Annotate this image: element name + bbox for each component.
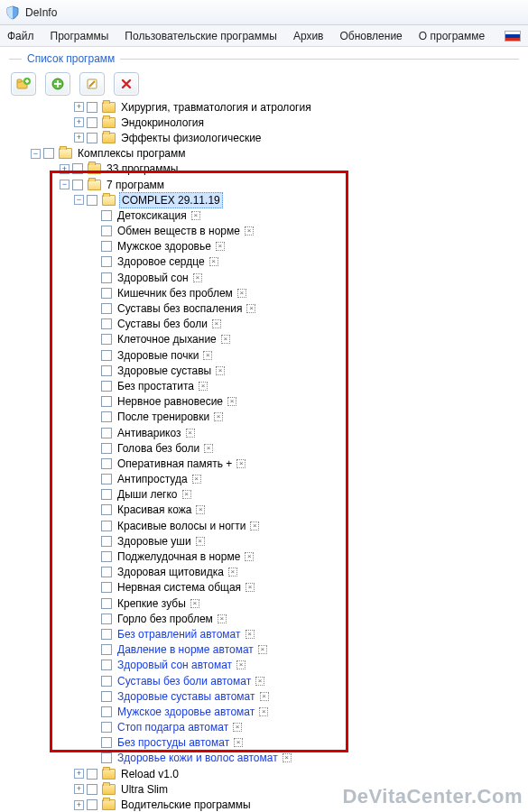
tree-leaf[interactable]: Антиварикоз× [16,425,528,440]
remove-item-icon[interactable]: × [237,289,246,298]
tree-leaf[interactable]: Здоровые суставы автомат× [16,688,528,704]
remove-item-icon[interactable]: × [190,599,199,608]
tree-folder-label[interactable]: Reload v1.0 [119,767,181,781]
tree-leaf-label[interactable]: Здоровый сон автомат [116,658,234,672]
checkbox[interactable] [101,396,112,407]
checkbox[interactable] [101,318,112,329]
tree-folder-label[interactable]: Водительские программы [119,798,253,812]
checkbox[interactable] [101,241,112,252]
checkbox[interactable] [101,551,112,562]
remove-item-icon[interactable]: × [233,723,242,732]
expand-toggle-icon[interactable]: − [74,195,84,205]
checkbox[interactable] [87,102,97,113]
tree-leaf-label[interactable]: Крепкие зубы [116,596,188,611]
checkbox[interactable] [101,365,112,376]
tree-leaf-label[interactable]: Здоровый сон [116,271,190,285]
remove-item-icon[interactable]: × [214,412,223,421]
tree-leaf[interactable]: Давление в норме автомат× [16,642,528,658]
remove-item-icon[interactable]: × [196,537,205,546]
expand-toggle-icon[interactable]: − [60,180,69,189]
checkbox[interactable] [101,722,112,733]
menu-archive[interactable]: Архив [293,30,324,42]
checkbox[interactable] [101,644,112,655]
checkbox[interactable] [72,163,83,174]
checkbox[interactable] [101,691,112,702]
tree-leaf[interactable]: Здоровые почки× [16,347,528,363]
tree-leaf[interactable]: Суставы без боли автомат× [16,673,528,688]
tree-folder-label[interactable]: 33 программы [105,161,180,176]
tree-leaf-label[interactable]: Здоровые почки [116,348,200,363]
tree-leaf-label[interactable]: Без отравлений автомат [116,627,243,641]
tree-folder[interactable]: +33 программы [16,161,528,177]
checkbox[interactable] [101,536,112,547]
remove-item-icon[interactable]: × [203,351,212,360]
checkbox[interactable] [101,428,112,438]
checkbox[interactable] [101,489,112,500]
tree-folder-complex-selected-label[interactable]: COMPLEX 29.11.19 [119,192,223,208]
remove-item-icon[interactable]: × [209,257,218,266]
tree-folder-label[interactable]: Эндокринология [119,115,206,130]
checkbox[interactable] [101,458,112,469]
remove-item-icon[interactable]: × [221,335,230,344]
expand-toggle-icon[interactable]: + [74,133,84,143]
tree-leaf-label[interactable]: Суставы без боли [116,317,209,331]
remove-item-icon[interactable]: × [245,583,255,592]
checkbox[interactable] [87,784,97,795]
tree-folder-label[interactable]: Эффекты физиологические [119,131,264,145]
menu-update[interactable]: Обновление [340,30,403,42]
checkbox[interactable] [101,256,112,267]
expand-toggle-icon[interactable]: + [74,117,84,127]
remove-item-icon[interactable]: × [216,242,225,251]
remove-item-icon[interactable]: × [283,753,292,762]
remove-item-icon[interactable]: × [245,226,254,235]
tree-leaf-label[interactable]: Голова без боли [116,441,201,456]
tree-leaf-label[interactable]: Здоровое сердце [116,254,207,269]
remove-item-icon[interactable]: × [250,521,259,531]
tree-leaf-label[interactable]: Детоксикация [116,208,189,223]
menu-user-programs[interactable]: Пользовательские программы [125,30,277,42]
checkbox[interactable] [101,614,112,624]
checkbox[interactable] [101,752,112,763]
tree-leaf-label[interactable]: Здоровые суставы автомат [116,689,257,704]
tree-leaf[interactable]: Обмен веществ в норме× [16,224,528,239]
checkbox[interactable] [101,660,112,670]
tree-leaf-label[interactable]: Горло без проблем [116,612,215,626]
menu-programs[interactable]: Программы [51,30,109,42]
tree-leaf[interactable]: Дыши легко× [16,487,528,503]
checkbox[interactable] [101,737,112,748]
tree-leaf[interactable]: Оперативная память +× [16,456,528,471]
tree-leaf-label[interactable]: Без простуды автомат [116,735,231,750]
remove-item-icon[interactable]: × [191,211,200,220]
tree-folder[interactable]: +Reload v1.0 [16,766,528,781]
tree-leaf[interactable]: Суставы без воспаления× [16,300,528,316]
tree-folder-complex-root-label[interactable]: Комплексы программ [76,146,188,161]
expand-toggle-icon[interactable]: + [60,164,69,174]
remove-item-icon[interactable]: × [212,319,221,328]
checkbox[interactable] [101,582,112,593]
remove-item-icon[interactable]: × [199,382,208,391]
remove-item-icon[interactable]: × [227,397,236,406]
tree-leaf[interactable]: Здоровый сон автомат× [16,658,528,673]
checkbox[interactable] [101,504,112,515]
tree-leaf-label[interactable]: Красивые волосы и ногти [116,519,247,533]
checkbox[interactable] [101,676,112,687]
checkbox[interactable] [101,381,112,392]
tree-leaf[interactable]: Детоксикация× [16,208,528,223]
tree-leaf[interactable]: Поджелудочная в норме× [16,549,528,564]
remove-item-icon[interactable]: × [186,429,195,438]
remove-item-icon[interactable]: × [192,475,201,484]
checkbox[interactable] [101,706,112,717]
tree-folder-label[interactable]: Хирургия, травматология и атрология [119,100,313,115]
tree-folder[interactable]: +Хирургия, травматология и атрология [16,99,528,115]
remove-item-icon[interactable]: × [216,366,225,375]
tree-leaf[interactable]: Горло без проблем× [16,611,528,626]
tree-leaf-label[interactable]: Здоровье кожи и волос автомат [116,751,280,765]
menu-file[interactable]: Файл [7,30,34,42]
tree-leaf[interactable]: Мужское здоровье× [16,239,528,254]
remove-item-icon[interactable]: × [259,707,268,716]
tree-leaf[interactable]: Без простуды автомат× [16,735,528,751]
checkbox[interactable] [101,598,112,609]
checkbox[interactable] [101,411,112,422]
tree-leaf[interactable]: Красивые волосы и ногти× [16,518,528,533]
tree-leaf-label[interactable]: Кишечник без проблем [116,286,235,300]
